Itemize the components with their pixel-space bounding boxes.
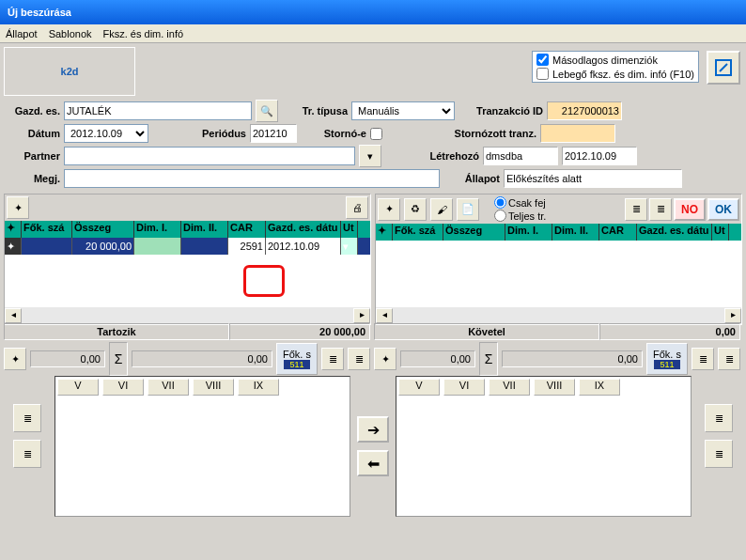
val-tranz: 2127000013	[547, 101, 622, 120]
radio-csakfej[interactable]	[494, 196, 506, 209]
list-icon4[interactable]: ≣	[718, 348, 740, 370]
tab-v-r[interactable]: V	[398, 379, 440, 396]
r-scroll-left-icon[interactable]: ◂	[376, 308, 393, 323]
right-side-buttons: ≣ ≣	[695, 376, 742, 517]
no-button[interactable]: NO	[674, 198, 706, 221]
scroll-right-icon[interactable]: ▸	[353, 308, 370, 323]
table-row[interactable]: ✦ 20 000,00 2591 2012.10.09 ▾	[5, 238, 370, 255]
select-datum[interactable]: 2012.10.09	[64, 124, 148, 143]
chk-lebego-label: Lebegő fksz. és dim. infó (F10)	[552, 69, 694, 80]
refresh-icon[interactable]: ♻	[404, 198, 427, 221]
sort-icon2[interactable]: ≣	[649, 198, 672, 221]
left-scroll[interactable]: ◂ ▸	[5, 307, 370, 324]
chk-storno[interactable]	[370, 128, 382, 140]
window-title: Új beszúrása	[8, 7, 71, 18]
col-ut[interactable]: Ut	[341, 221, 358, 238]
left-grid: ✦ 🖨 ✦ Fők. szá Összeg Dim. I. Dim. II. C…	[4, 194, 371, 325]
radio-teljes[interactable]	[494, 210, 506, 222]
lookup-gazd-icon[interactable]: 🔍	[256, 100, 278, 122]
paint-icon[interactable]: 🖌	[430, 198, 453, 221]
col-expand[interactable]: ✦	[5, 221, 22, 238]
tab-vi-r[interactable]: VI	[443, 379, 485, 396]
right-grid: ✦ ♻ 🖌 📄 Csak fej Teljes tr. ≣ ≣ NO OK	[375, 194, 742, 325]
tartozik-expand-icon[interactable]: ✦	[4, 348, 26, 370]
arrow-right-button[interactable]: ➔	[357, 416, 389, 443]
top-right-panel: Másodlagos dimenziók Lebegő fksz. és dim…	[532, 51, 740, 85]
input-partner[interactable]	[64, 147, 355, 165]
input-gazd[interactable]	[64, 101, 252, 120]
left-grid-header: ✦ Fők. szá Összeg Dim. I. Dim. II. CAR G…	[5, 221, 370, 238]
tab-ix-l[interactable]: IX	[238, 379, 279, 396]
scroll-left-icon[interactable]: ◂	[5, 308, 22, 323]
kovetel-label: Követel	[374, 323, 599, 340]
lbl-stornoz: Stornózott tranz.	[386, 128, 536, 139]
col-osszeg[interactable]: Összeg	[72, 221, 134, 238]
svg-line-1	[720, 64, 727, 71]
select-tr[interactable]: Manuális	[351, 101, 455, 120]
lbl-partner: Partner	[4, 150, 60, 162]
left-expand-icon[interactable]: ✦	[7, 196, 29, 219]
tab-v-l[interactable]: V	[57, 379, 99, 396]
arrow-left-button[interactable]: ⬅	[357, 450, 389, 476]
kovetel-zero2: 0,00	[502, 350, 643, 367]
r-col-osszeg[interactable]: Összeg	[443, 224, 505, 241]
row-expand-icon[interactable]: ✦	[5, 238, 22, 255]
right-scroll[interactable]: ◂ ▸	[376, 307, 741, 324]
r-col-dim1[interactable]: Dim. I.	[505, 224, 552, 241]
lbl-letre: Létrehozó	[385, 150, 479, 162]
list-icon3[interactable]: ≣	[692, 348, 714, 370]
list-icon2[interactable]: ≣	[348, 348, 370, 370]
r-col-dim2[interactable]: Dim. II.	[552, 224, 599, 241]
sort-icon1[interactable]: ≣	[625, 198, 647, 221]
col-dim1[interactable]: Dim. I.	[134, 221, 181, 238]
print-icon[interactable]: 🖨	[346, 196, 368, 219]
edit-button[interactable]	[707, 51, 740, 85]
menu-fksz[interactable]: Fksz. és dim. infó	[103, 28, 184, 39]
cell-datum[interactable]: 2012.10.09	[266, 238, 341, 255]
tartozik-box: Tartozik 20 000,00 ✦ 0,00 Σ 0,00 Fők. s5…	[4, 323, 370, 376]
r-col-fok[interactable]: Fők. szá	[393, 224, 443, 241]
tab-vi-l[interactable]: VI	[102, 379, 144, 396]
input-megj[interactable]	[64, 169, 440, 188]
r-col-car[interactable]: CAR	[599, 224, 637, 241]
col-dim2[interactable]: Dim. II.	[181, 221, 228, 238]
chk-lebego[interactable]	[536, 68, 549, 80]
col-gazd[interactable]: Gazd. es. dátu	[266, 221, 341, 238]
tab-vii-l[interactable]: VII	[148, 379, 189, 396]
doc-icon[interactable]: 📄	[457, 198, 479, 221]
cell-osszeg[interactable]: 20 000,00	[72, 238, 134, 255]
foks-button-left[interactable]: Fők. s511	[276, 343, 318, 375]
tab-ix-r[interactable]: IX	[579, 379, 620, 396]
r-col-ut[interactable]: Ut	[712, 224, 729, 241]
tab-viii-l[interactable]: VIII	[193, 379, 234, 396]
side-btn2[interactable]: ≣	[13, 440, 41, 468]
bottom-right-pane: V VI VII VIII IX	[396, 376, 692, 517]
chk-masodlagos[interactable]	[536, 54, 549, 66]
right-expand-icon[interactable]: ✦	[378, 198, 400, 221]
list-icon1[interactable]: ≣	[321, 348, 344, 370]
tab-vii-r[interactable]: VII	[489, 379, 530, 396]
foks-button-right[interactable]: Fők. s511	[646, 343, 688, 375]
side-btn1[interactable]: ≣	[13, 404, 41, 432]
r-col-gazd[interactable]: Gazd. es. dátu	[637, 224, 712, 241]
cell-car[interactable]: 2591	[228, 238, 266, 255]
lbl-datum: Dátum	[4, 128, 60, 139]
tab-viii-r[interactable]: VIII	[534, 379, 575, 396]
col-car[interactable]: CAR	[228, 221, 266, 238]
side-btn3[interactable]: ≣	[705, 404, 733, 432]
col-fok[interactable]: Fők. szá	[22, 221, 72, 238]
kovetel-expand-icon[interactable]: ✦	[374, 348, 396, 370]
r-col-expand[interactable]: ✦	[376, 224, 393, 241]
client-area: k2d Másodlagos dimenziók Lebegő fksz. és…	[0, 43, 746, 560]
kovetel-zero1: 0,00	[400, 350, 475, 367]
partner-dropdown-icon[interactable]: ▾	[359, 145, 381, 167]
val-letre: dmsdba	[483, 147, 558, 165]
ok-button[interactable]: OK	[707, 198, 739, 221]
lbl-tr: Tr. típusa	[282, 105, 348, 117]
sigma-icon2: Σ	[479, 342, 498, 376]
kovetel-value: 0,00	[599, 323, 740, 340]
menu-allapot[interactable]: Állapot	[6, 28, 38, 39]
side-btn4[interactable]: ≣	[705, 440, 733, 468]
menu-sablonok[interactable]: Sablonok	[49, 28, 92, 39]
r-scroll-right-icon[interactable]: ▸	[724, 308, 741, 323]
